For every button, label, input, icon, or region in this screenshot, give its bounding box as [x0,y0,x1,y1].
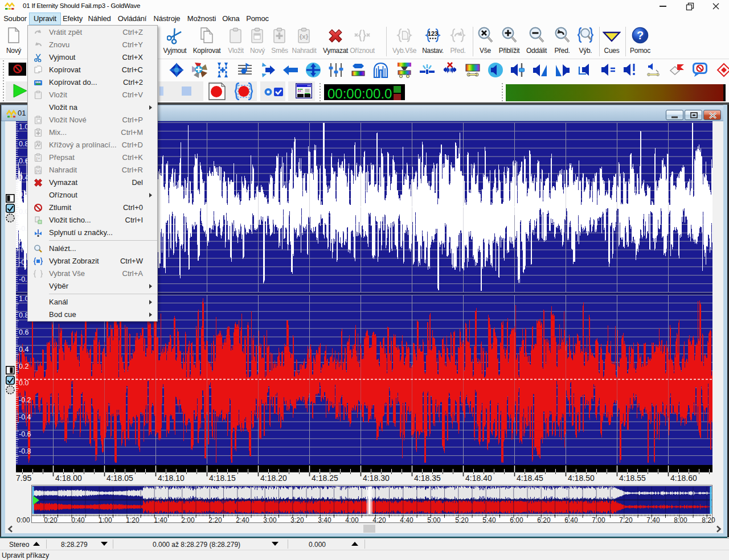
svg-text:{+: {+ [36,156,40,161]
svg-text:{x}: {x} [35,168,41,174]
